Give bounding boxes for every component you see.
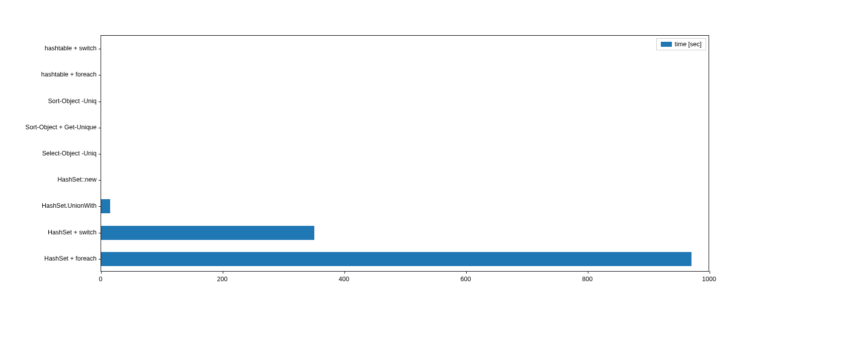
x-tick-mark [466, 271, 467, 274]
y-tick-label: hashtable + switch [45, 45, 97, 52]
bar [101, 252, 691, 266]
y-tick-mark [99, 128, 101, 128]
y-tick-mark [99, 180, 101, 181]
x-tick-label: 1000 [702, 276, 716, 283]
bars-container [101, 36, 709, 271]
x-tick-label: 200 [217, 276, 228, 283]
x-tick-mark [101, 271, 102, 274]
y-tick-label: Sort-Object -Uniq [48, 98, 97, 105]
y-tick-label: HashSet.UnionWith [42, 202, 97, 209]
x-tick-mark [223, 271, 223, 274]
y-tick-mark [99, 75, 101, 75]
y-tick-mark [99, 233, 101, 233]
y-tick-mark [99, 154, 101, 154]
x-tick-mark [710, 271, 710, 274]
bar [101, 199, 110, 213]
legend-label: time [sec] [675, 41, 702, 48]
x-tick-label: 0 [99, 276, 103, 283]
y-tick-label: Select-Object -Uniq [42, 150, 97, 157]
y-tick-mark [99, 49, 101, 49]
y-tick-label: HashSet + foreach [44, 255, 97, 262]
y-tick-label: HashSet + switch [48, 229, 97, 236]
chart-plot-area: time [sec] [101, 35, 709, 272]
y-tick-label: hashtable + foreach [41, 71, 97, 78]
bar [101, 226, 314, 240]
y-tick-label: HashSet::new [57, 176, 97, 183]
legend-swatch [661, 42, 672, 47]
x-tick-label: 400 [339, 276, 350, 283]
x-tick-mark [344, 271, 345, 274]
y-tick-label: Sort-Object + Get-Unique [26, 124, 97, 131]
y-tick-mark [99, 102, 101, 102]
x-tick-label: 600 [461, 276, 471, 283]
x-tick-label: 800 [582, 276, 593, 283]
y-tick-mark [99, 259, 101, 260]
chart-legend: time [sec] [656, 38, 707, 50]
x-tick-mark [588, 271, 588, 274]
y-tick-mark [99, 206, 101, 207]
